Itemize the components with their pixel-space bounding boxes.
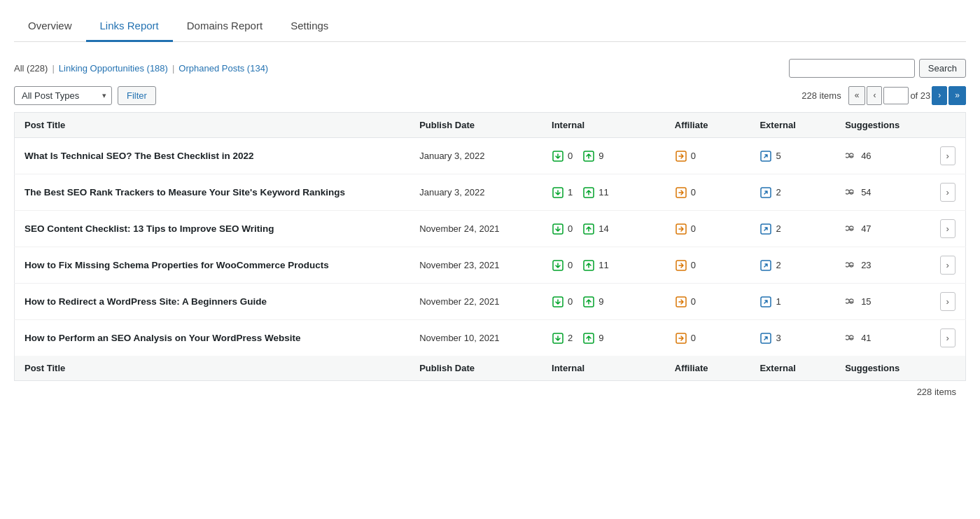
cell-title-2: SEO Content Checklist: 13 Tips to Improv…	[15, 211, 410, 247]
table-row: How to Perform an SEO Analysis on Your W…	[15, 320, 966, 357]
internal-out-count-0: 9	[598, 151, 603, 161]
page-number-input[interactable]: 1	[883, 87, 909, 104]
tab-domains-report[interactable]: Domains Report	[173, 11, 276, 42]
footer-affiliate: Affiliate	[665, 356, 750, 381]
tab-links-report[interactable]: Links Report	[86, 11, 173, 42]
search-area: Search	[789, 59, 966, 78]
suggestions-count-3: 23	[861, 260, 871, 270]
internal-in-count-0: 0	[568, 151, 573, 161]
table-row: What Is Technical SEO? The Best Checklis…	[15, 138, 966, 174]
cell-internal-0: 0 9	[542, 138, 665, 174]
cell-action-2: ›	[930, 211, 966, 247]
cell-date-1: January 3, 2022	[410, 174, 542, 211]
cell-affiliate-3: 0	[665, 247, 750, 284]
external-icon-0	[760, 150, 772, 162]
internal-in-icon-0	[552, 150, 564, 162]
row-detail-button-4[interactable]: ›	[940, 292, 955, 311]
internal-in-count-3: 0	[568, 260, 573, 270]
search-button[interactable]: Search	[919, 59, 966, 78]
first-page-button[interactable]: «	[848, 86, 866, 105]
cell-external-1: 2	[750, 174, 835, 211]
cell-action-4: ›	[930, 284, 966, 320]
controls-right: 228 items « ‹ 1 of 23 › »	[802, 86, 966, 105]
post-type-wrapper: All Post Types Posts Pages ▾	[14, 86, 112, 105]
cell-affiliate-0: 0	[665, 138, 750, 174]
internal-out-icon-2	[582, 223, 595, 235]
table-row: SEO Content Checklist: 13 Tips to Improv…	[15, 211, 966, 247]
cell-external-0: 5	[750, 138, 835, 174]
internal-in-icon-4	[552, 296, 564, 308]
post-type-select[interactable]: All Post Types Posts Pages	[14, 86, 112, 105]
internal-out-count-3: 11	[598, 260, 608, 270]
row-detail-button-5[interactable]: ›	[940, 328, 955, 347]
post-title-link-1[interactable]: The Best SEO Rank Trackers to Measure Yo…	[24, 187, 345, 198]
cell-internal-4: 0 9	[542, 284, 665, 320]
post-title-link-5[interactable]: How to Perform an SEO Analysis on Your W…	[24, 333, 301, 343]
post-title-link-3[interactable]: How to Fix Missing Schema Properties for…	[24, 260, 329, 270]
row-detail-button-2[interactable]: ›	[940, 219, 955, 238]
internal-in-count-4: 0	[568, 296, 573, 307]
internal-in-icon-5	[552, 332, 564, 345]
external-icon-2	[760, 223, 772, 235]
header-publish-date: Publish Date	[410, 113, 542, 138]
table-row: How to Fix Missing Schema Properties for…	[15, 247, 966, 284]
internal-out-count-2: 14	[598, 223, 608, 234]
affiliate-icon-5	[675, 332, 687, 345]
all-filter-label[interactable]: All (228)	[14, 63, 48, 74]
external-count-1: 2	[776, 187, 780, 198]
cell-suggestions-3: 23	[835, 247, 930, 284]
post-title-link-2[interactable]: SEO Content Checklist: 13 Tips to Improv…	[24, 223, 274, 234]
affiliate-count-2: 0	[691, 223, 696, 234]
cell-action-1: ›	[930, 174, 966, 211]
footer-post-title: Post Title	[15, 356, 410, 381]
cell-suggestions-4: 15	[835, 284, 930, 320]
footer-items-count: 228 items	[14, 381, 966, 403]
affiliate-icon-4	[675, 296, 687, 308]
orphaned-posts-filter[interactable]: Orphaned Posts (134)	[178, 63, 268, 74]
internal-out-count-5: 9	[598, 333, 603, 343]
internal-out-count-1: 11	[598, 187, 608, 198]
suggestions-icon-0	[845, 150, 858, 162]
post-title-link-0[interactable]: What Is Technical SEO? The Best Checklis…	[24, 151, 254, 161]
footer-external: External	[750, 356, 835, 381]
header-external: External	[750, 113, 835, 138]
last-page-button[interactable]: »	[948, 86, 966, 105]
internal-in-icon-2	[552, 223, 564, 235]
suggestions-icon-5	[845, 332, 858, 345]
next-page-button[interactable]: ›	[932, 86, 947, 105]
cell-suggestions-0: 46	[835, 138, 930, 174]
linking-opportunities-filter[interactable]: Linking Opportunities (188)	[59, 63, 168, 74]
cell-affiliate-5: 0	[665, 320, 750, 357]
cell-title-5: How to Perform an SEO Analysis on Your W…	[15, 320, 410, 357]
cell-external-4: 1	[750, 284, 835, 320]
cell-suggestions-2: 47	[835, 211, 930, 247]
cell-date-2: November 24, 2021	[410, 211, 542, 247]
external-icon-1	[760, 186, 772, 199]
external-count-2: 2	[776, 223, 780, 234]
row-detail-button-3[interactable]: ›	[940, 256, 955, 275]
row-detail-button-0[interactable]: ›	[940, 146, 955, 165]
row-detail-button-1[interactable]: ›	[940, 183, 955, 202]
tab-overview[interactable]: Overview	[14, 11, 86, 42]
post-title-link-4[interactable]: How to Redirect a WordPress Site: A Begi…	[24, 296, 267, 307]
tab-settings[interactable]: Settings	[276, 11, 342, 42]
links-table: Post Title Publish Date Internal Affilia…	[14, 112, 966, 381]
of-pages-label: of 23	[910, 90, 930, 101]
internal-in-count-2: 0	[568, 223, 573, 234]
suggestions-icon-3	[845, 259, 858, 272]
cell-internal-1: 1 11	[542, 174, 665, 211]
controls-row: All Post Types Posts Pages ▾ Filter 228 …	[14, 86, 966, 105]
search-input[interactable]	[789, 59, 915, 78]
header-action	[930, 113, 966, 138]
footer-action	[930, 356, 966, 381]
filter-button[interactable]: Filter	[118, 86, 156, 105]
internal-in-icon-1	[552, 186, 564, 199]
affiliate-count-3: 0	[691, 260, 696, 270]
affiliate-icon-1	[675, 186, 687, 199]
external-count-3: 2	[776, 260, 780, 270]
cell-date-4: November 22, 2021	[410, 284, 542, 320]
cell-date-3: November 23, 2021	[410, 247, 542, 284]
affiliate-count-4: 0	[691, 296, 696, 307]
total-pages: 23	[920, 90, 930, 101]
prev-page-button[interactable]: ‹	[867, 86, 882, 105]
